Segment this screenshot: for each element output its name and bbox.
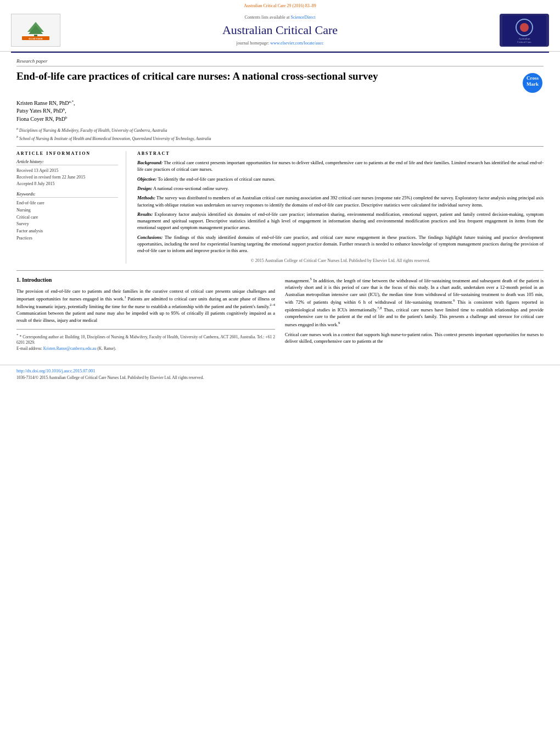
abstract-title: ABSTRACT [137,151,544,156]
authors-section: Kristen Ranse RN, PhDa,*, Patsy Yates RN… [16,99,544,123]
main-col-right: management.5 In addition, the length of … [285,276,544,352]
intro-para-3: Critical care nurses work in a context t… [285,331,544,345]
svg-point-7 [520,23,529,32]
doi-link[interactable]: http://dx.doi.org/10.1016/j.aucc.2015.07… [16,369,544,373]
keyword-6: Practices [16,235,118,242]
svg-text:ELSEVIER: ELSEVIER [29,37,43,40]
abstract-results: Results: Exploratory factor analysis ide… [137,211,544,231]
article-info-column: ARTICLE INFORMATION Article history: Rec… [16,151,126,264]
main-col-left: 1. Introduction The provision of end-of-… [16,276,275,352]
background-label: Background: [137,160,163,165]
affiliations-section: a Disciplines of Nursing & Midwifery, Fa… [16,126,544,142]
abstract-column: ABSTRACT Background: The critical care c… [137,151,544,264]
journal-homepage: journal homepage: www.elsevier.com/locat… [71,41,489,46]
svg-text:Cross: Cross [527,75,539,81]
journal-logo-right: Australian Critical Care [500,14,549,47]
footnote-email: E-mail address: Kristen.Ranse@canberra.e… [16,346,275,352]
abstract-objective: Objective: To identify the end-of-life c… [137,176,544,182]
journal-citation: Australian Critical Care 29 (2016) 83–89 [0,3,560,8]
main-content: 1. Introduction The provision of end-of-… [16,276,544,352]
history-accepted: Accepted 8 July 2015 [16,181,118,187]
article-divider [16,146,544,147]
keyword-2: Nursing [16,207,118,214]
abstract-conclusions: Conclusions: The findings of this study … [137,234,544,254]
issn-line: 1036-7314/© 2015 Australian College of C… [16,375,544,380]
abstract-design: Design: A national cross-sectional onlin… [137,185,544,192]
objective-label: Objective: [137,176,156,182]
keyword-3: Critical care [16,214,118,221]
results-label: Results: [137,211,153,217]
journal-logo-svg: Australian Critical Care [502,15,546,46]
page: Australian Critical Care 29 (2016) 83–89… [0,0,560,742]
intro-para-2: management.5 In addition, the length of … [285,276,544,328]
abstract-background: Background: The critical care context pr… [137,159,544,173]
svg-text:Australian: Australian [519,37,530,40]
journal-center-info: Contents lists available at ScienceDirec… [60,15,500,46]
svg-text:Mark: Mark [527,81,539,87]
crossmark-icon: Cross Mark [522,72,544,94]
history-revised: Received in revised form 22 June 2015 [16,174,118,181]
affiliation-b: b School of Nursing & Institute of Healt… [16,135,544,142]
info-abstract-section: ARTICLE INFORMATION Article history: Rec… [16,151,544,264]
article-info-title: ARTICLE INFORMATION [16,151,118,156]
author-3: Fiona Coyer RN, PhDb [16,115,544,123]
keyword-4: Survey [16,221,118,228]
intro-para-1: The provision of end-of-life care to pat… [16,288,275,323]
affiliation-a: a Disciplines of Nursing & Midwifery, Fa… [16,126,544,133]
abstract-methods: Methods: The survey was distributed to m… [137,194,544,208]
svg-text:Critical Care: Critical Care [517,41,531,43]
keyword-5: Factor analysis [16,228,118,235]
footnote-email-link[interactable]: Kristen.Ranse@canberra.edu.au [43,346,97,351]
intro-section-title: 1. Introduction [16,276,275,284]
abstract-copyright: © 2015 Australian College of Critical Ca… [137,258,544,264]
article-title-row: End-of-life care practices of critical c… [16,70,544,94]
journal-url[interactable]: www.elsevier.com/locate/aucc [270,41,323,46]
journal-header: Australian Critical Care 29 (2016) 83–89… [0,0,560,52]
article-history-label: Article history: [16,159,118,165]
article-body: Research paper End-of-life care practice… [0,53,560,357]
article-title: End-of-life care practices of critical c… [16,70,522,83]
author-2: Patsy Yates RN, PhDb, [16,107,544,115]
sciencedirect-link[interactable]: ScienceDirect [291,15,316,20]
methods-label: Methods: [137,195,155,200]
research-paper-label: Research paper [16,58,544,66]
section-divider [16,270,544,271]
keyword-1: End-of-life care [16,200,118,207]
journal-title: Australian Critical Care [71,23,489,37]
history-received: Received 13 April 2015 [16,168,118,174]
elsevier-tree-icon: ELSEVIER [22,21,49,40]
conclusions-label: Conclusions: [137,235,163,240]
footnote-area: * * Corresponding author at: Building 10… [16,329,275,352]
footnote-corresponding: * * Corresponding author at: Building 10… [16,333,275,346]
author-1: Kristen Ranse RN, PhDa,*, [16,99,544,107]
design-label: Design: [137,186,152,191]
abstract-text: Background: The critical care context pr… [137,159,544,264]
keywords-label: Keywords: [16,192,118,198]
contents-line: Contents lists available at ScienceDirec… [71,15,489,20]
elsevier-logo: ELSEVIER [11,14,60,47]
doi-footer: http://dx.doi.org/10.1016/j.aucc.2015.07… [0,365,560,383]
